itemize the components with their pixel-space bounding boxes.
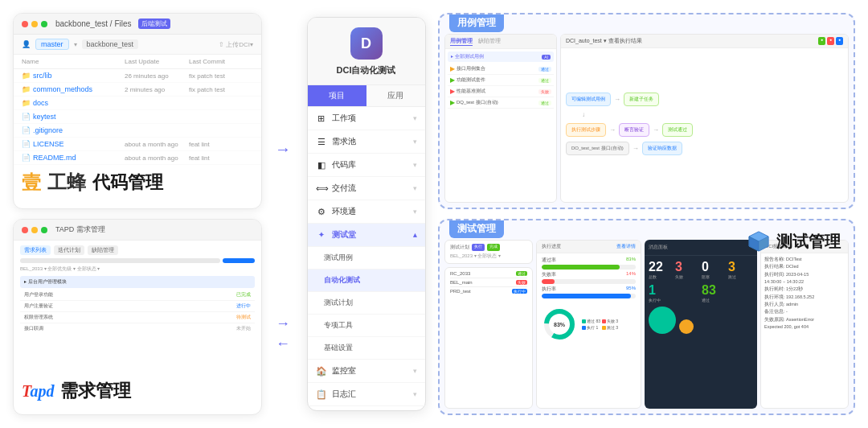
- stat-22: 22: [649, 260, 674, 274]
- tr-right-header: DCI_auto_test ▾ 查看执行结果 ● ● ●: [561, 35, 848, 48]
- file-row[interactable]: 📁common_methods 2 minutes ago fix patch …: [14, 83, 261, 97]
- tab-usecase-mgmt[interactable]: 用例管理: [450, 37, 473, 46]
- nav-item-log[interactable]: 📋 日志汇 ▾: [308, 383, 425, 406]
- file-row[interactable]: 📁src/lib 26 minutes ago fix patch test: [14, 69, 261, 83]
- branch-badge[interactable]: master: [35, 39, 69, 50]
- nav-item-delivery[interactable]: ⟺ 交付流 ▾: [308, 177, 425, 200]
- tapd-content: 需求列表 迭代计划 缺陷管理 BEL_2033 ▾ 全部优先级 ▾ 全部状态 ▾…: [14, 241, 261, 339]
- test-mgmt-title: 测试管理: [776, 231, 841, 253]
- grid-icon: ⊞: [316, 113, 327, 124]
- stat-3b: 3: [728, 260, 753, 274]
- usecase-list: ▸ 全部测试用例 AI ▶ 接口用例集合 通过 ▶ 功能测试套件: [445, 49, 556, 111]
- use-case-dashed-card: 用例管理 用例管理 缺陷管理 ▸ 全部测试用例 AI: [438, 13, 855, 209]
- code-mgmt-label: 代码管理: [92, 171, 163, 195]
- stat-0: 0: [702, 260, 727, 274]
- arrow-right-bottom: →: [276, 315, 290, 332]
- code-icon: ◧: [316, 160, 327, 171]
- nav-sub-testplan[interactable]: 测试计划: [308, 292, 425, 315]
- nav-sub-autotest[interactable]: 自动化测试: [308, 270, 425, 292]
- tapd-demand-card: TAPD 需求管理 需求列表 迭代计划 缺陷管理 BEL_2033 ▾ 全部优先…: [13, 219, 262, 415]
- yellow-circle: [679, 319, 694, 334]
- file-row[interactable]: 📁docs: [14, 97, 261, 110]
- nav-item-env[interactable]: ⚙ 环境通 ▾: [308, 200, 425, 224]
- tab-project[interactable]: 项目: [308, 85, 366, 106]
- file-row[interactable]: 📄LICENSE about a month ago feat lint: [14, 138, 261, 151]
- close-dot: [22, 21, 28, 27]
- tapd-label-overlay: Tapd 需求管理: [22, 379, 253, 403]
- arrow-right-top: →: [275, 140, 291, 158]
- log-icon: 📋: [316, 389, 327, 400]
- stat-3: 3: [675, 260, 700, 274]
- bee-icon: 壹: [22, 170, 41, 195]
- nav-item-demand[interactable]: ☰ 需求池 ▾: [308, 130, 425, 154]
- br-left: 测试计划 执行 完成 BEL_2023 ▾ 全部状态 ▾ RC_2033 通过: [444, 240, 533, 409]
- code-label-overlay: 壹 工蜂 代码管理: [22, 170, 253, 195]
- nav-item-script[interactable]: 📜 脚本库 ▾: [308, 406, 425, 410]
- test-mgmt-label: 测试管理: [449, 220, 504, 238]
- tr-content: 用例管理 缺陷管理 ▸ 全部测试用例 AI ▶ 接口用例集合 通过: [444, 34, 849, 203]
- nav-item-testing[interactable]: ✦ 测试堂 ▴: [308, 224, 425, 247]
- maximize-dot-2: [41, 227, 47, 233]
- dci-avatar: D: [350, 27, 383, 60]
- file-list: 📁src/lib 26 minutes ago fix patch test 📁…: [14, 69, 261, 165]
- dci-nav: ⊞ 工作项 ▾ ☰ 需求池 ▾ ◧ 代码库 ▾ ⟺ 交付流 ▾: [308, 107, 425, 410]
- upload-icon: ⇧ 上传DCI▾: [219, 40, 253, 49]
- list-icon: ☰: [316, 137, 327, 147]
- dci-title: DCI自动化测试: [337, 64, 396, 76]
- nav-sub-settings[interactable]: 基础设置: [308, 337, 425, 360]
- arrow-column: → → ←: [272, 13, 294, 415]
- dci-app-card: D DCI自动化测试 项目 应用 ⊞ 工作项 ▾ ☰ 需求池 ▾: [307, 17, 426, 411]
- minimize-dot: [31, 21, 38, 27]
- code-card-header: backbone_test / Files 后端测试: [14, 14, 261, 35]
- center-column: D DCI自动化测试 项目 应用 ⊞ 工作项 ▾ ☰ 需求池 ▾: [304, 13, 428, 415]
- repo-badge: 后端测试: [138, 19, 170, 29]
- main-container: backbone_test / Files 后端测试 👤 master ▾ ba…: [0, 0, 868, 428]
- br-content: 测试计划 执行 完成 BEL_2023 ▾ 全部状态 ▾ RC_2033 通过: [444, 240, 849, 409]
- close-dot-2: [22, 227, 28, 233]
- dci-header: D DCI自动化测试: [308, 18, 425, 85]
- nav-sub-tools[interactable]: 专项工具: [308, 315, 425, 337]
- br-right: 执行进度 查看详情 通过率 83%: [536, 240, 849, 409]
- cube-icon: [746, 228, 772, 254]
- nav-sub-testcase[interactable]: 测试用例: [308, 247, 425, 270]
- br-progress-panel: 执行进度 查看详情 通过率 83%: [536, 240, 641, 409]
- right-column: 用例管理 用例管理 缺陷管理 ▸ 全部测试用例 AI: [438, 13, 855, 415]
- stat-83: 83: [702, 283, 753, 298]
- code-management-card: backbone_test / Files 后端测试 👤 master ▾ ba…: [13, 13, 262, 209]
- use-case-label: 用例管理: [449, 14, 504, 32]
- env-icon: ⚙: [316, 207, 327, 217]
- nav-item-codelib[interactable]: ◧ 代码库 ▾: [308, 154, 425, 177]
- maximize-dot: [41, 21, 47, 27]
- donut-chart: 83%: [542, 307, 577, 342]
- tab-app[interactable]: 应用: [366, 85, 425, 106]
- nav-item-workitem[interactable]: ⊞ 工作项 ▾: [308, 107, 425, 130]
- file-row[interactable]: 📄README.md about a month ago feat lint: [14, 151, 261, 165]
- test-list-mini: RC_2033 通过 BEL_main 失败 PRD_test 执行中: [444, 267, 533, 409]
- tr-left-panel: 用例管理 缺陷管理 ▸ 全部测试用例 AI ▶ 接口用例集合 通过: [444, 34, 557, 203]
- test-icon: ✦: [316, 231, 327, 239]
- file-table-header: Name Last Update Last Commit: [14, 55, 261, 69]
- repo-title: backbone_test / Files: [55, 19, 132, 28]
- report-text: 报告名称: DCITest 执行结果: DCIed 执行时间: 2023-04-…: [761, 253, 848, 333]
- test-management-section: 测试管理 测试管理: [438, 219, 855, 415]
- br-dark-panel: 消息面板 22 总数 3 失败: [645, 240, 757, 409]
- br-text-panel: DCI报告详情 报告名称: DCITest 执行结果: DCIed 执行时间: …: [760, 240, 849, 409]
- dci-tabs: 项目 应用: [308, 85, 425, 107]
- tr-header: 用例管理 缺陷管理: [445, 35, 556, 49]
- tapd-logo: Tapd: [22, 382, 54, 401]
- window-controls: [22, 21, 47, 27]
- left-column: backbone_test / Files 后端测试 👤 master ▾ ba…: [13, 13, 262, 415]
- nav-item-monitor[interactable]: 🏠 监控室 ▾: [308, 360, 425, 383]
- code-card-subheader: 👤 master ▾ backbone_test ⇧ 上传DCI▾: [14, 35, 261, 55]
- test-header-mini: 测试计划 执行 完成 BEL_2023 ▾ 全部状态 ▾: [444, 240, 533, 264]
- flow-diagram: 可编辑测试用例 → 新建子任务 ↓ 执行测试步骤 → 断言验证: [561, 48, 848, 200]
- file-row[interactable]: 📄.gitignore: [14, 124, 261, 138]
- window-controls-2: [22, 227, 47, 233]
- file-row[interactable]: 📄keytest: [14, 110, 261, 124]
- test-mgmt-overlay: 测试管理: [746, 228, 841, 254]
- tab-defect-mgmt[interactable]: 缺陷管理: [478, 37, 501, 46]
- flow-icon: ⟺: [316, 183, 327, 194]
- demand-label: 需求管理: [60, 379, 131, 403]
- test-management-dashed-card: 测试管理 测试管理: [438, 219, 855, 415]
- monitor-icon: 🏠: [316, 366, 327, 377]
